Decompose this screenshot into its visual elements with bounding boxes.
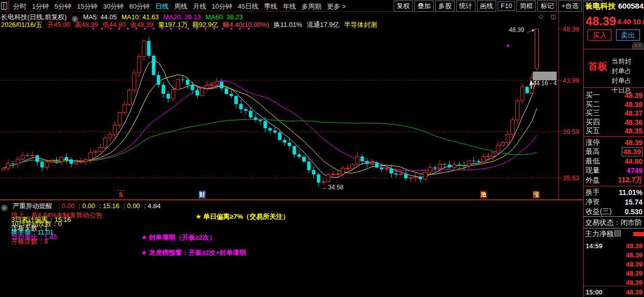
- chart-corner-icons[interactable]: ◇ ◫: [539, 13, 559, 20]
- chart-canvas[interactable]: 48.3943.9939.5935.63: [0, 11, 583, 201]
- tick-time: 14:59: [586, 242, 602, 250]
- stat-label: 收益(三): [586, 207, 611, 216]
- menu-item-分时[interactable]: 分时: [13, 3, 26, 10]
- menu-item-30分钟[interactable]: 30分钟: [103, 3, 123, 10]
- menu-item-多周期[interactable]: 多周期: [302, 3, 321, 10]
- separator: [584, 87, 644, 88]
- toolbar-button-画线[interactable]: 画线: [477, 1, 496, 12]
- stat-label: 最高: [586, 147, 600, 156]
- menu-item-5分钟[interactable]: 5分钟: [54, 3, 71, 10]
- separator: [584, 186, 644, 186]
- tick-price: 48.39: [626, 260, 642, 268]
- toolbar-button-标记[interactable]: 标记: [537, 1, 557, 12]
- menu-item-更多>[interactable]: 更多 >: [327, 3, 346, 10]
- separator: [584, 286, 644, 286]
- seal-info-label: 封单占: [611, 76, 644, 85]
- separator: [584, 49, 644, 49]
- stat-label: 净资: [586, 197, 600, 207]
- seal-info-label: 封单占: [611, 67, 644, 76]
- stat-row: 涨停48.39: [586, 138, 642, 147]
- menu-item-日线[interactable]: 日线: [155, 3, 169, 10]
- menu-item-45日线[interactable]: 45日线: [238, 3, 258, 10]
- toolbar-button-F10[interactable]: F10: [498, 1, 515, 11]
- toolbar-button-自选[interactable]: +自选: [558, 1, 582, 12]
- bid-level-row[interactable]: 买三48.37: [586, 109, 642, 118]
- alert-header-values: : 0.00: 0.00: 15.16: 0.00: 4.84: [54, 202, 160, 210]
- stat-row: 换手11.01%: [586, 188, 642, 197]
- bid-label: 买三: [586, 109, 600, 118]
- alert-star-note: ★ 单日偏离≥7%（交易所关注）: [196, 212, 289, 221]
- tick-row[interactable]: 14:5948.39: [586, 242, 642, 250]
- seal-info-label: 当前封: [611, 57, 644, 66]
- toolbar-button-统计[interactable]: 统计: [456, 1, 475, 12]
- menu-item-60分钟[interactable]: 60分钟: [129, 3, 149, 10]
- info-segment: 开45.00: [47, 21, 71, 28]
- event-marker-财[interactable]: 财: [199, 190, 206, 199]
- stat-label: 最低: [586, 157, 600, 166]
- separator: [584, 136, 644, 137]
- candlestick-chart[interactable]: 48.3943.9939.5935.63 长电科技(日线,前复权) v MA5:…: [0, 11, 583, 201]
- alert-header-value: : 0.00: [123, 202, 140, 210]
- toolbar-button-复权[interactable]: 复权: [394, 1, 413, 12]
- collapse-indicator-icon[interactable]: v: [1, 205, 8, 211]
- tick-row[interactable]: 48.39: [586, 260, 642, 268]
- stat-value: 11.01%: [619, 188, 642, 196]
- info-segment: 量197.1万: [158, 21, 188, 28]
- detail-doc-icon[interactable]: [615, 230, 621, 237]
- tick-price: 48.39: [626, 270, 642, 277]
- stat-label: 外盘: [586, 176, 600, 185]
- event-marker-涨[interactable]: 涨: [533, 190, 540, 199]
- main-capital-row[interactable]: 主力净额: [585, 229, 644, 239]
- toolbar-buttons: 复权叠加多股统计画线F10简框标记+自选返回: [392, 1, 602, 12]
- svg-text:35.63: 35.63: [563, 174, 579, 182]
- event-marker-S[interactable]: S: [117, 190, 124, 199]
- tick-price: 48.39: [626, 279, 642, 286]
- stat-row: 外盘112.7万: [586, 176, 642, 185]
- menu-item-季线[interactable]: 季线: [264, 3, 277, 10]
- toolbar-button-简框[interactable]: 简框: [517, 1, 536, 12]
- bid-level-row[interactable]: 买二48.38: [586, 100, 642, 109]
- menu-item-月线[interactable]: 月线: [193, 3, 206, 10]
- window-layout-icon[interactable]: [1, 2, 7, 10]
- menu-item-年线[interactable]: 年线: [283, 3, 296, 10]
- bid-price: 48.39: [625, 91, 642, 100]
- bid-price: 48.37: [625, 109, 642, 117]
- ma-values: MA5: 44.05MA10: 41.63MA20: 39.13MA60: 38…: [83, 13, 248, 21]
- chart-title: 长电科技(日线,前复权): [1, 13, 67, 21]
- capital-bar: [633, 232, 644, 236]
- tick-time: 15:00: [586, 288, 602, 296]
- bid-level-row[interactable]: 买五48.35: [586, 126, 642, 136]
- tick-row[interactable]: 15:0048.39: [586, 288, 642, 296]
- bid-label: 买四: [586, 118, 600, 127]
- bid-level-row[interactable]: 买四48.36: [586, 118, 642, 127]
- quote-panel: 48.39 4.40 10.00% 买入 卖出 ∧∧ 首板 当前封封单占封单占十…: [583, 11, 644, 297]
- sell-button[interactable]: 卖出: [616, 29, 640, 41]
- bid-label: 买一: [586, 91, 600, 100]
- alert-indicator-panel: v 严重异动提醒 : 0.00: 0.00: 15.16: 0.00: 4.84…: [0, 201, 583, 297]
- bid-price: 48.38: [625, 101, 642, 109]
- tick-row[interactable]: 48.39: [586, 251, 642, 259]
- menu-item-周线[interactable]: 周线: [174, 3, 187, 10]
- info-segment: MA5: 44.05: [83, 13, 117, 21]
- stat-label: 涨停: [586, 138, 600, 147]
- toolbar-button-多股[interactable]: 多股: [435, 1, 455, 12]
- menu-item-1分钟[interactable]: 1分钟: [32, 3, 49, 10]
- tdx-app-window: 分时1分钟5分钟15分钟30分钟60分钟日线周线月线10分钟45日线季线年线多周…: [0, 0, 644, 297]
- stat-label: 现量: [586, 166, 600, 175]
- event-marker-激[interactable]: 激: [480, 190, 487, 199]
- alert-header-value: : 4.84: [144, 202, 161, 210]
- alert-star-note: ★ 封单薄弱（开板≥2次）: [141, 233, 216, 242]
- tick-price: 48.39: [626, 288, 642, 296]
- info-segment: 幅4.40(10.00%): [223, 21, 269, 28]
- stat-row: 现量4749: [586, 166, 642, 175]
- buy-button[interactable]: 买入: [588, 29, 611, 41]
- menu-item-10分钟[interactable]: 10分钟: [212, 3, 232, 10]
- stat-value: 48.39: [622, 147, 642, 156]
- menu-item-15分钟[interactable]: 15分钟: [77, 3, 97, 10]
- stat-value: 0.530: [625, 208, 642, 216]
- last-price: 48.39: [586, 14, 616, 28]
- bid-level-row[interactable]: 买一48.39: [586, 91, 642, 100]
- tick-row[interactable]: 48.39: [586, 279, 642, 286]
- tick-row[interactable]: 48.39: [586, 270, 642, 277]
- toolbar-button-叠加[interactable]: 叠加: [414, 1, 434, 12]
